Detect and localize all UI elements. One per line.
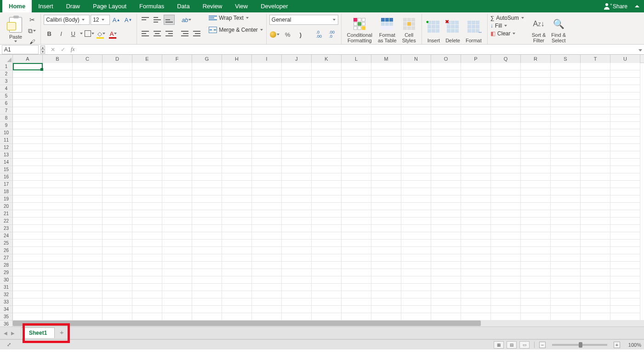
cell[interactable]	[342, 203, 371, 210]
cell[interactable]	[162, 144, 192, 151]
cell[interactable]	[312, 276, 342, 284]
fill-button[interactable]: ↓Fill	[490, 23, 524, 29]
cell[interactable]	[222, 70, 252, 78]
row-header[interactable]: 28	[0, 262, 13, 269]
cell[interactable]	[73, 195, 103, 203]
cell[interactable]	[282, 173, 312, 181]
cell[interactable]	[610, 100, 640, 107]
cell[interactable]	[132, 78, 162, 85]
cell[interactable]	[43, 269, 73, 276]
cell[interactable]	[222, 210, 252, 218]
cell[interactable]	[162, 247, 192, 254]
cell[interactable]	[13, 203, 43, 210]
cell[interactable]	[371, 137, 401, 144]
cell[interactable]	[491, 269, 521, 276]
cell[interactable]	[162, 92, 192, 100]
cell[interactable]	[610, 70, 640, 78]
cell[interactable]	[581, 70, 610, 78]
cell[interactable]	[192, 63, 222, 70]
cell[interactable]	[342, 284, 371, 291]
cell[interactable]	[43, 298, 73, 306]
comma-format-button[interactable]: )	[295, 29, 306, 40]
cell[interactable]	[521, 115, 551, 122]
cell[interactable]	[43, 284, 73, 291]
column-header[interactable]: H	[222, 55, 252, 63]
cell[interactable]	[431, 173, 461, 181]
conditional-formatting-button[interactable]: Conditional Formatting	[344, 15, 375, 44]
cell[interactable]	[401, 85, 431, 92]
autosum-button[interactable]: ∑AutoSum	[490, 15, 524, 21]
cell[interactable]	[13, 181, 43, 188]
cell[interactable]	[521, 63, 551, 70]
cell[interactable]	[581, 195, 610, 203]
tab-page-layout[interactable]: Page Layout	[86, 0, 133, 12]
cell[interactable]	[581, 92, 610, 100]
cell[interactable]	[610, 151, 640, 159]
row-header[interactable]: 32	[0, 291, 13, 298]
status-left-icon[interactable]: ⤢	[3, 341, 15, 349]
cell[interactable]	[103, 298, 132, 306]
font-color-button[interactable]: A	[108, 29, 119, 39]
cell[interactable]	[73, 203, 103, 210]
cell[interactable]	[401, 137, 431, 144]
cell[interactable]	[282, 78, 312, 85]
cell[interactable]	[132, 166, 162, 173]
cell[interactable]	[43, 122, 73, 129]
cell[interactable]	[521, 291, 551, 298]
cell[interactable]	[192, 173, 222, 181]
cell[interactable]	[222, 195, 252, 203]
cell[interactable]	[461, 195, 491, 203]
align-right-button[interactable]	[164, 29, 175, 39]
cell[interactable]	[252, 203, 282, 210]
cell[interactable]	[162, 78, 192, 85]
row-header[interactable]: 18	[0, 188, 13, 195]
cell[interactable]	[551, 313, 581, 321]
cell[interactable]	[13, 195, 43, 203]
cell[interactable]	[312, 210, 342, 218]
cell[interactable]	[371, 166, 401, 173]
cell[interactable]	[162, 100, 192, 107]
cell[interactable]	[491, 188, 521, 195]
cell[interactable]	[461, 298, 491, 306]
cell[interactable]	[162, 151, 192, 159]
cell[interactable]	[13, 218, 43, 225]
align-bottom-button[interactable]	[164, 15, 175, 25]
row-header[interactable]: 11	[0, 137, 13, 144]
cell[interactable]	[401, 195, 431, 203]
cell[interactable]	[43, 173, 73, 181]
column-header[interactable]: R	[521, 55, 551, 63]
cell[interactable]	[610, 92, 640, 100]
cell[interactable]	[252, 100, 282, 107]
cell[interactable]	[222, 313, 252, 321]
cell[interactable]	[461, 276, 491, 284]
cell[interactable]	[521, 218, 551, 225]
cell[interactable]	[73, 107, 103, 115]
cell[interactable]	[551, 115, 581, 122]
cell[interactable]	[491, 203, 521, 210]
cell[interactable]	[222, 92, 252, 100]
cell[interactable]	[581, 107, 610, 115]
cell[interactable]	[132, 85, 162, 92]
cell[interactable]	[192, 137, 222, 144]
cell[interactable]	[431, 284, 461, 291]
insert-cells-button[interactable]: ● Insert	[425, 15, 443, 44]
cell[interactable]	[491, 254, 521, 262]
cell[interactable]	[342, 210, 371, 218]
cell[interactable]	[252, 225, 282, 232]
cell[interactable]	[431, 107, 461, 115]
cell[interactable]	[342, 240, 371, 247]
row-header[interactable]: 9	[0, 122, 13, 129]
cell[interactable]	[13, 129, 43, 137]
cell[interactable]	[132, 306, 162, 313]
cell[interactable]	[13, 306, 43, 313]
cell[interactable]	[132, 195, 162, 203]
cell[interactable]	[43, 63, 73, 70]
cell[interactable]	[192, 188, 222, 195]
cell[interactable]	[103, 137, 132, 144]
cell[interactable]	[282, 284, 312, 291]
cell[interactable]	[610, 129, 640, 137]
cell[interactable]	[192, 151, 222, 159]
cell[interactable]	[461, 144, 491, 151]
cell[interactable]	[461, 218, 491, 225]
cell[interactable]	[401, 129, 431, 137]
